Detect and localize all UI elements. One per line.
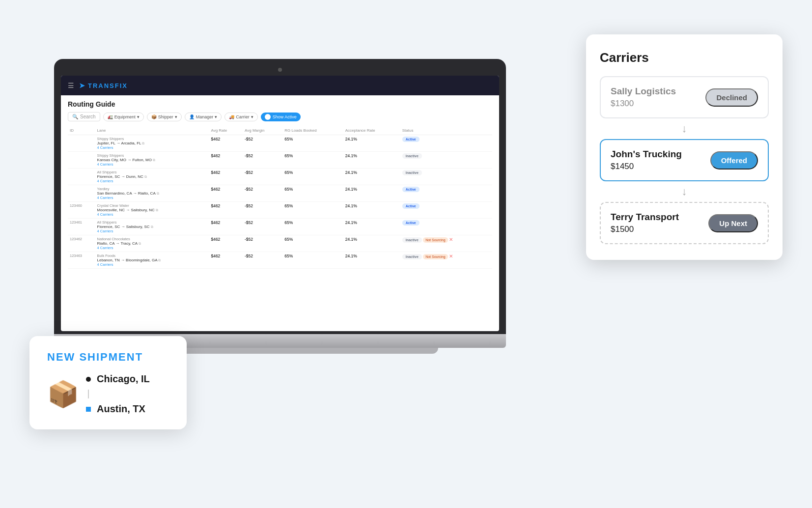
offered-badge[interactable]: Offered: [710, 151, 758, 169]
carrier-name-johns: John's Trucking: [611, 149, 682, 160]
cell-id: [68, 152, 95, 169]
carriers-panel: Carriers Sally Logistics $1300 Declined …: [586, 34, 783, 260]
laptop-bezel: ☰ ➤ TRANSFIX Routing Guide 🔍 Search 🚛: [54, 59, 506, 334]
carrier-card-johns: John's Trucking $1450 Offered: [600, 139, 769, 181]
cell-acceptance-rate: 24.1%: [343, 252, 400, 269]
delete-icon[interactable]: ✕: [449, 237, 453, 242]
col-lane: Lane: [95, 126, 209, 135]
cell-acceptance-rate: 24.1%: [343, 202, 400, 219]
cell-loads-booked: 65%: [282, 252, 343, 269]
route-line: [88, 390, 89, 398]
filter-bar: 🔍 Search 🚛 Equipment ▾ 📦 Shipper ▾: [68, 112, 492, 121]
cell-id: 123461: [68, 219, 95, 235]
table-row: 123460 Crystal Clear Water Mooresville, …: [68, 202, 492, 219]
search-icon: 🔍: [72, 114, 78, 119]
chevron-down-icon-2: ▾: [175, 114, 177, 119]
cell-loads-booked: 65%: [282, 135, 343, 152]
status-badge: Inactive: [402, 237, 422, 243]
destination-dot-icon: [86, 407, 91, 412]
carrier-label: Carrier: [236, 114, 250, 119]
cell-status: Active: [400, 202, 492, 219]
declined-badge[interactable]: Declined: [705, 88, 758, 107]
origin-city: Chicago, IL: [97, 373, 150, 385]
search-placeholder: Search: [80, 114, 96, 119]
search-box[interactable]: 🔍 Search: [68, 112, 100, 121]
cell-lane: Shippy Shippers Kansas City, MO → Fulton…: [95, 152, 209, 169]
shipment-card: NEW SHIPMENT 📦 Chicago, IL Austin, TX: [29, 336, 187, 429]
cell-id: [68, 185, 95, 202]
status-badge: Inactive: [402, 170, 422, 175]
carrier-card-terry: Terry Transport $1500 Up Next: [600, 202, 769, 244]
col-rg-loads: RG Loads Booked: [282, 126, 343, 135]
cell-lane: Crystal Clear Water Mooresville, NC → Sa…: [95, 202, 209, 219]
cell-avg-margin: -$52: [243, 235, 282, 252]
cell-avg-rate: $462: [209, 135, 243, 152]
filter-shipper[interactable]: 📦 Shipper ▾: [147, 113, 182, 121]
cell-lane: Bulk Foods Lebanon, TN → Bloomingdale, G…: [95, 252, 209, 269]
app-logo: ➤ TRANSFIX: [79, 82, 128, 89]
manager-icon: 👤: [189, 114, 195, 119]
filter-carrier[interactable]: 🚚 Carrier ▾: [224, 113, 258, 121]
app-topbar: ☰ ➤ TRANSFIX: [61, 76, 499, 95]
carrier-price-johns: $1450: [611, 162, 682, 171]
chevron-down-icon-3: ▾: [215, 114, 217, 119]
cell-id: 123462: [68, 235, 95, 252]
cell-acceptance-rate: 24.1%: [343, 219, 400, 235]
arrow-down-2: ↓: [600, 181, 769, 202]
cell-loads-booked: 65%: [282, 185, 343, 202]
cell-lane: Yardley San Bernardino, CA → Rialto, CA …: [95, 185, 209, 202]
carrier-info-johns: John's Trucking $1450: [611, 149, 682, 171]
carrier-card-sally: Sally Logistics $1300 Declined: [600, 76, 769, 118]
cell-avg-margin: -$52: [243, 135, 282, 152]
carriers-title: Carriers: [600, 50, 769, 65]
upnext-badge[interactable]: Up Next: [708, 214, 758, 232]
filter-manager[interactable]: 👤 Manager ▾: [185, 113, 222, 121]
shipment-destination: Austin, TX: [86, 403, 150, 415]
shipper-icon: 📦: [151, 114, 157, 119]
table-row: 123461 All Shippers Florence, SC → Salis…: [68, 219, 492, 235]
cell-loads-booked: 65%: [282, 219, 343, 235]
shipper-label: Shipper: [158, 114, 173, 119]
laptop-screen: ☰ ➤ TRANSFIX Routing Guide 🔍 Search 🚛: [61, 76, 499, 331]
table-row: Shippy Shippers Jupiter, FL → Arcadia, F…: [68, 135, 492, 152]
laptop-shell: ☰ ➤ TRANSFIX Routing Guide 🔍 Search 🚛: [54, 59, 506, 364]
cell-acceptance-rate: 24.1%: [343, 169, 400, 185]
status-badge: Inactive: [402, 254, 422, 259]
routing-guide-table: ID Lane Avg Rate Avg Margin RG Loads Boo…: [68, 126, 492, 269]
cell-avg-margin: -$52: [243, 252, 282, 269]
cell-avg-rate: $462: [209, 152, 243, 169]
carrier-price-sally: $1300: [611, 99, 676, 109]
cell-loads-booked: 65%: [282, 169, 343, 185]
cell-avg-margin: -$52: [243, 169, 282, 185]
equipment-label: Equipment: [114, 114, 136, 119]
cell-lane: All Shippers Florence, SC → Dunn, NC ⧉ 4…: [95, 169, 209, 185]
cell-avg-margin: -$52: [243, 219, 282, 235]
cell-avg-rate: $462: [209, 252, 243, 269]
chevron-down-icon-4: ▾: [251, 114, 253, 119]
hamburger-icon[interactable]: ☰: [68, 82, 74, 89]
show-active-toggle[interactable]: Show Active: [261, 113, 301, 121]
delete-icon[interactable]: ✕: [449, 254, 453, 259]
col-avg-margin: Avg Margin: [243, 126, 282, 135]
not-sourcing-badge: Not Sourcing: [423, 254, 448, 259]
shipment-route: Chicago, IL Austin, TX: [86, 373, 150, 415]
cell-status: Inactive: [400, 169, 492, 185]
cell-status: Active: [400, 135, 492, 152]
filter-equipment[interactable]: 🚛 Equipment ▾: [103, 113, 144, 121]
shipment-inner: 📦 Chicago, IL Austin, TX: [47, 373, 169, 415]
arrow-down-1: ↓: [600, 118, 769, 139]
table-row: 123463 Bulk Foods Lebanon, TN → Blooming…: [68, 252, 492, 269]
cell-status: Inactive Not Sourcing ✕: [400, 252, 492, 269]
cell-loads-booked: 65%: [282, 202, 343, 219]
cell-id: [68, 169, 95, 185]
carrier-name-terry: Terry Transport: [611, 212, 679, 223]
cell-lane: National Chocolates Rialto, CA → Tracy, …: [95, 235, 209, 252]
logo-text: TRANSFIX: [88, 82, 128, 89]
cell-avg-margin: -$52: [243, 202, 282, 219]
carrier-icon: 🚚: [229, 114, 234, 119]
col-status: Status: [400, 126, 492, 135]
toggle-label: Show Active: [273, 114, 297, 119]
status-badge: Active: [402, 187, 420, 192]
cell-avg-rate: $462: [209, 202, 243, 219]
cell-id: 123463: [68, 252, 95, 269]
